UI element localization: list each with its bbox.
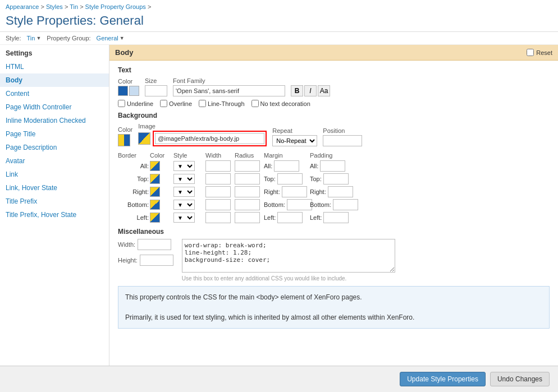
margin-top-input[interactable] [277, 173, 303, 185]
background-subsection-title: Background [118, 112, 550, 119]
border-left-radius-input[interactable] [235, 212, 260, 223]
style-bar: Style: Tin ▼ Property Group: General ▼ [0, 32, 558, 45]
misc-hint: Use this box to enter any additional CSS… [182, 275, 395, 282]
border-bottom-color [150, 200, 172, 210]
border-all-color [150, 161, 172, 171]
padding-top-input[interactable] [323, 173, 349, 185]
border-top-width-input[interactable] [205, 173, 231, 185]
border-all-width-input[interactable] [205, 160, 231, 172]
misc-css-textarea[interactable]: word-wrap: break-word; line-height: 1.28… [182, 239, 395, 273]
border-bottom-radius-input[interactable] [235, 199, 260, 210]
bg-image-swatch[interactable] [138, 132, 150, 145]
update-style-properties-button[interactable]: Update Style Properties [400, 372, 486, 381]
text-font-family-input[interactable] [173, 85, 285, 96]
text-color-col: Color [118, 78, 139, 96]
sidebar-item-page-width-controller[interactable]: Page Width Controller [0, 100, 109, 114]
padding-all-label: All: [310, 163, 318, 169]
padding-left-input[interactable] [323, 212, 349, 223]
border-right-radius-input[interactable] [235, 186, 260, 197]
breadcrumb-appearance[interactable]: Appearance [6, 3, 39, 10]
bg-repeat-select[interactable]: No-Repeat Repeat Repeat-X Repeat-Y [272, 135, 317, 146]
overline-checkbox[interactable] [160, 100, 167, 107]
decoration-linethrough[interactable]: Line-Through [199, 100, 244, 107]
sidebar-item-content[interactable]: Content [0, 87, 109, 100]
margin-left-input[interactable] [277, 212, 303, 223]
sidebar-item-inline-moderation-checked[interactable]: Inline Moderation Checked [0, 114, 109, 127]
margin-right-input[interactable] [282, 186, 307, 197]
border-top-radius-input[interactable] [235, 173, 260, 185]
reset-row: Reset [527, 49, 552, 56]
sidebar-item-body[interactable]: Body [0, 73, 109, 87]
misc-width-input[interactable] [138, 239, 171, 250]
sidebar-item-link[interactable]: Link [0, 168, 109, 181]
reset-checkbox[interactable] [527, 49, 534, 56]
sidebar-item-link-hover[interactable]: Link, Hover State [0, 181, 109, 195]
padding-left-label: Left: [310, 214, 322, 221]
sidebar-item-avatar[interactable]: Avatar [0, 154, 109, 168]
border-right-width-input[interactable] [205, 186, 231, 197]
breadcrumb-style-property-groups[interactable]: Style Property Groups [85, 3, 146, 10]
sidebar-item-title-prefix-hover[interactable]: Title Prefix, Hover State [0, 208, 109, 222]
padding-bottom-input[interactable] [333, 199, 358, 210]
border-all-radius-input[interactable] [235, 160, 260, 172]
border-bottom-color-swatch[interactable] [150, 200, 160, 210]
border-all-color-swatch[interactable] [150, 161, 160, 171]
sidebar-item-page-description[interactable]: Page Description [0, 141, 109, 154]
padding-right-input[interactable] [328, 186, 353, 197]
text-format-buttons: B I Aa [291, 85, 330, 96]
text-color-swatch-light[interactable] [129, 86, 139, 96]
border-top-style-select[interactable]: ▼ [173, 174, 195, 184]
underline-checkbox[interactable] [118, 100, 125, 107]
border-right-style-select[interactable]: ▼ [173, 187, 195, 197]
border-bottom-style-select[interactable]: ▼ [173, 200, 195, 210]
undo-changes-button[interactable]: Undo Changes [490, 372, 550, 381]
padding-all-input[interactable] [320, 160, 345, 172]
border-right-color-swatch[interactable] [150, 187, 160, 197]
bg-image-input[interactable] [155, 133, 264, 144]
border-bottom-width-input[interactable] [205, 199, 231, 210]
breadcrumb-tin[interactable]: Tin [70, 3, 78, 10]
decoration-overline[interactable]: Overline [160, 100, 192, 107]
margin-right-label: Right: [264, 188, 280, 195]
bg-color-swatch[interactable] [118, 134, 130, 146]
decoration-none[interactable]: No text decoration [251, 100, 310, 107]
text-font-family-label: Font Family [173, 77, 285, 84]
margin-bottom-input[interactable] [287, 199, 312, 210]
decoration-underline[interactable]: Underline [118, 100, 153, 107]
sidebar-item-html[interactable]: HTML [0, 60, 109, 73]
margin-bottom-label: Bottom: [264, 201, 285, 208]
text-color-swatch-main[interactable] [118, 86, 128, 96]
case-button[interactable]: Aa [318, 85, 330, 96]
border-top-label: Top: [118, 176, 149, 182]
decoration-none-checkbox[interactable] [251, 100, 259, 107]
margin-all-input[interactable] [274, 160, 299, 172]
border-top-color [150, 174, 172, 184]
border-section: Border Color Style Width Radius Margin P… [118, 152, 550, 223]
border-left-color-swatch[interactable] [150, 213, 160, 223]
text-size-input[interactable] [145, 85, 167, 96]
border-all-label: All: [118, 163, 149, 169]
sidebar-item-page-title[interactable]: Page Title [0, 127, 109, 141]
misc-height-label: Height: [118, 257, 138, 264]
sidebar-item-title-prefix[interactable]: Title Prefix [0, 195, 109, 208]
bg-position-input[interactable] [323, 135, 362, 146]
bg-repeat-label: Repeat [272, 127, 317, 134]
border-color-header: Color [150, 152, 172, 159]
decoration-row: Underline Overline Line-Through No text … [118, 100, 550, 107]
border-top-color-swatch[interactable] [150, 174, 160, 184]
property-group-value[interactable]: General ▼ [97, 35, 125, 41]
border-all-style-select[interactable]: ▼ [173, 161, 195, 171]
border-left-style-select[interactable]: ▼ [173, 213, 195, 223]
linethrough-checkbox[interactable] [199, 100, 206, 107]
bold-button[interactable]: B [291, 85, 303, 96]
misc-height-input[interactable] [140, 255, 173, 266]
breadcrumb-styles[interactable]: Styles [46, 3, 63, 10]
bg-image-field-wrapper [153, 131, 267, 146]
bg-image-label: Image [138, 123, 267, 130]
italic-button[interactable]: I [304, 85, 317, 96]
style-value[interactable]: Tin ▼ [27, 35, 42, 41]
border-left-width-input[interactable] [205, 212, 231, 223]
padding-top-label: Top: [310, 176, 322, 182]
text-font-family-col: Font Family [173, 77, 285, 96]
main-layout: Settings HTML Body Content Page Width Co… [0, 45, 558, 381]
